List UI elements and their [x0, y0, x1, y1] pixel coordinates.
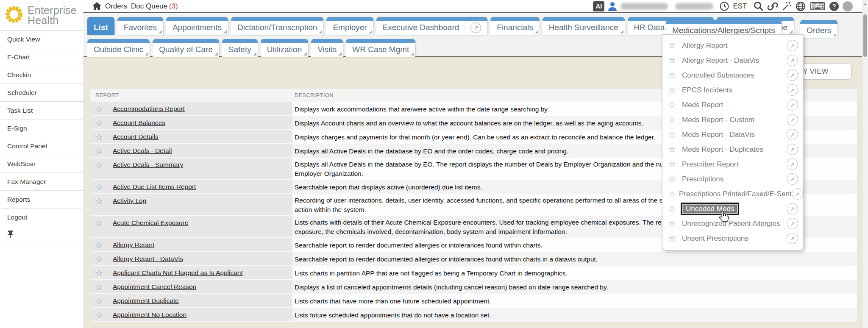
- favorite-star-icon[interactable]: ☆: [668, 115, 679, 125]
- tab-quality-of-care[interactable]: Quality of Care: [153, 39, 219, 57]
- menu-item-meds-report[interactable]: ☆ Meds Report ↗: [662, 97, 803, 112]
- favorite-star-icon[interactable]: ☆: [95, 132, 108, 142]
- menu-item-meds-report-duplicates[interactable]: ☆ Meds Report - Duplicates ↗: [662, 142, 803, 157]
- tab-outside-clinic[interactable]: Outside Clinic: [87, 39, 150, 57]
- report-link[interactable]: Appointment Duplicate: [113, 296, 179, 306]
- scrollbar-up-arrow[interactable]: ▲: [862, 0, 868, 8]
- favorite-star-icon[interactable]: ☆: [95, 160, 108, 170]
- open-in-new-window-icon[interactable]: ↗: [787, 114, 798, 125]
- sidebar-item-e-chart[interactable]: E-Chart: [0, 48, 83, 66]
- favorite-star-icon[interactable]: ☆: [668, 219, 679, 228]
- favorite-star-icon[interactable]: ☆: [668, 56, 679, 65]
- report-link[interactable]: Allergy Report - DataVis: [113, 254, 183, 264]
- tab-utilization[interactable]: Utilization: [261, 39, 308, 57]
- menu-item-uncoded-meds[interactable]: ☆ Uncoded Meds ↗: [662, 201, 803, 216]
- sidebar-item-quick-view[interactable]: Quick View: [0, 31, 83, 48]
- open-in-new-window-icon[interactable]: ↗: [787, 84, 798, 96]
- report-link[interactable]: Active Deals - Detail: [113, 146, 172, 156]
- menu-item-controlled-substances[interactable]: ☆ Controlled Substances ↗: [662, 68, 803, 83]
- report-link[interactable]: Account Balances: [113, 118, 165, 128]
- report-link[interactable]: Acute Chemical Exposure: [113, 218, 188, 228]
- menu-item-meds-report-datavis[interactable]: ☆ Meds Report - DataVis ↗: [662, 127, 803, 142]
- favorite-star-icon[interactable]: ☆: [668, 41, 679, 50]
- open-in-new-window-icon[interactable]: ↗: [787, 233, 798, 244]
- sidebar-item-reports[interactable]: Reports: [0, 191, 83, 208]
- tab-orders[interactable]: Orders: [800, 20, 837, 38]
- globe-icon[interactable]: [796, 1, 806, 11]
- sidebar-item-e-sign[interactable]: E-Sign: [0, 120, 83, 137]
- menu-item-meds-report-custom[interactable]: ☆ Meds Report - Custom ↗: [662, 112, 803, 127]
- report-link[interactable]: Allergy Report: [113, 240, 154, 250]
- favorite-star-icon[interactable]: ☆: [95, 310, 108, 320]
- menu-item-epcs-incidents[interactable]: ☆ EPCS Incidents ↗: [662, 83, 803, 97]
- report-link[interactable]: Applicant Charts Not Flagged as Is Appli…: [113, 268, 243, 278]
- favorite-star-icon[interactable]: ☆: [95, 196, 108, 206]
- report-link[interactable]: Account Details: [113, 132, 159, 142]
- favorite-star-icon[interactable]: ☆: [95, 104, 108, 114]
- menu-item-unrecognized-patient-allergies[interactable]: ☆ Unrecognized Patient Allergies ↗: [662, 216, 803, 231]
- sidebar-item-control-panel[interactable]: Control Panel: [0, 137, 83, 155]
- favorite-star-icon[interactable]: ☆: [668, 130, 679, 139]
- menu-item-allergy-report[interactable]: ☆ Allergy Report ↗: [662, 38, 803, 53]
- open-in-new-window-icon[interactable]: ↗: [792, 188, 803, 200]
- tab-visits[interactable]: Visits: [311, 39, 343, 57]
- sidebar-item-logout[interactable]: Logout: [0, 208, 83, 226]
- menu-item-allergy-report-datavis[interactable]: ☆ Allergy Report - DataVis ↗: [662, 53, 803, 68]
- favorite-star-icon[interactable]: ☆: [95, 146, 108, 156]
- open-in-new-window-icon[interactable]: ↗: [787, 144, 798, 155]
- open-in-new-window-icon[interactable]: ↗: [787, 99, 798, 111]
- tab-dictation-transcription[interactable]: Dictation/Transcription: [231, 17, 323, 35]
- favorite-star-icon[interactable]: ☆: [668, 145, 679, 154]
- open-in-new-window-icon[interactable]: ↗: [787, 218, 798, 229]
- tab-health-surveillance[interactable]: Health Surveillance: [542, 17, 625, 35]
- sidebar-item-webscan[interactable]: WebScan: [0, 155, 83, 173]
- open-in-new-window-icon[interactable]: ↗: [787, 173, 798, 185]
- open-in-new-window-icon[interactable]: ↗: [787, 55, 798, 66]
- scrollbar-thumb[interactable]: [863, 14, 867, 57]
- clock-icon[interactable]: [720, 2, 729, 11]
- open-in-new-window-icon[interactable]: ↗: [787, 158, 798, 170]
- open-in-new-window-icon[interactable]: ↗: [787, 69, 798, 81]
- help-icon[interactable]: ?: [829, 2, 839, 11]
- user-icon[interactable]: [608, 2, 617, 11]
- favorite-star-icon[interactable]: ☆: [95, 254, 108, 264]
- tab-employer[interactable]: Employer: [326, 17, 373, 35]
- breadcrumb-orders[interactable]: Orders: [105, 2, 127, 11]
- report-column-header[interactable]: REPORT: [90, 92, 292, 98]
- avatar[interactable]: [843, 1, 853, 11]
- tab-safety[interactable]: Safety: [222, 39, 258, 57]
- favorite-star-icon[interactable]: ☆: [95, 296, 108, 306]
- report-link[interactable]: Appointment Cancel Reason: [113, 282, 196, 292]
- tab-wr-case-mgmt[interactable]: WR Case Mgmt: [346, 39, 415, 57]
- report-link[interactable]: Active Due List Items Report: [113, 182, 196, 192]
- favorite-star-icon[interactable]: ☆: [95, 118, 108, 128]
- favorite-star-icon[interactable]: ☆: [95, 240, 108, 250]
- menu-item-unsent-prescriptions[interactable]: ☆ Unsent Prescriptions ↗: [662, 231, 803, 246]
- tab-favorites[interactable]: Favorites: [117, 17, 163, 35]
- report-link[interactable]: Activity Log: [113, 196, 146, 206]
- menu-item-prescriptions-printed-faxed-e-sent[interactable]: ☆ Prescriptions Printed/Faxed/E-Sent ↗: [662, 186, 803, 201]
- open-in-new-window-icon[interactable]: ↗: [787, 129, 798, 140]
- favorite-star-icon[interactable]: ☆: [95, 218, 108, 228]
- tab-list[interactable]: List: [87, 17, 114, 35]
- tab-appointments[interactable]: Appointments: [166, 17, 228, 35]
- favorite-star-icon[interactable]: ☆: [95, 268, 108, 278]
- sidebar-item-task-list[interactable]: Task List: [0, 102, 83, 120]
- open-in-new-window-icon[interactable]: ↗: [787, 203, 798, 214]
- favorite-star-icon[interactable]: ☆: [668, 233, 679, 243]
- sidebar-item-checkin[interactable]: Checkin: [0, 66, 83, 84]
- sidebar-pin-item[interactable]: [0, 226, 83, 244]
- breadcrumb-doc-queue[interactable]: Doc Queue(3): [131, 2, 178, 11]
- report-link[interactable]: Accommodations Report: [113, 104, 185, 114]
- sidebar-item-scheduler[interactable]: Scheduler: [0, 84, 83, 102]
- favorite-star-icon[interactable]: ☆: [95, 282, 108, 292]
- home-icon[interactable]: [92, 2, 101, 10]
- favorite-star-icon[interactable]: ☆: [95, 182, 108, 192]
- keyboard-icon[interactable]: ⌨: [810, 2, 826, 11]
- tab-financials[interactable]: Financials: [490, 17, 540, 35]
- report-link[interactable]: Active Deals - Summary: [113, 160, 183, 170]
- menu-item-prescriber-report[interactable]: ☆ Prescriber Report ↗: [662, 157, 803, 172]
- menu-item-prescriptions[interactable]: ☆ Prescriptions ↗: [662, 172, 803, 186]
- favorite-star-icon[interactable]: ☆: [668, 159, 679, 169]
- tab-executive-dashboard[interactable]: Executive Dashboard↗: [376, 17, 488, 35]
